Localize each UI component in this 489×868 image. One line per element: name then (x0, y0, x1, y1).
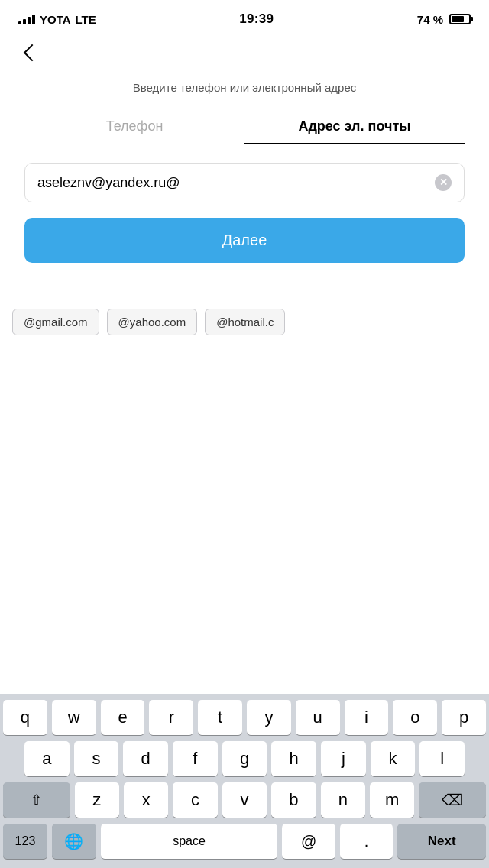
battery-label: 74 % (417, 13, 443, 26)
key-f[interactable]: f (173, 741, 218, 776)
key-s[interactable]: s (74, 741, 119, 776)
key-next[interactable]: Next (397, 824, 486, 859)
status-left: YOTA LTE (18, 13, 96, 26)
key-p[interactable]: p (442, 700, 486, 735)
suggestion-gmail[interactable]: @gmail.com (12, 309, 99, 335)
instruction-text: Введите телефон или электронный адрес (24, 79, 465, 96)
submit-button[interactable]: Далее (24, 218, 465, 263)
key-l[interactable]: l (419, 741, 465, 776)
status-bar: YOTA LTE 19:39 74 % (0, 0, 489, 34)
clear-icon: ✕ (439, 177, 448, 187)
keyboard-row-4: 123 🌐 space @ . Next (3, 824, 486, 859)
key-x[interactable]: x (124, 782, 168, 818)
network-label: LTE (76, 13, 96, 26)
key-u[interactable]: u (296, 700, 340, 735)
key-backspace[interactable]: ⌫ (419, 782, 486, 818)
backspace-icon: ⌫ (442, 791, 463, 809)
tab-email[interactable]: Адрес эл. почты (244, 111, 465, 144)
key-e[interactable]: e (101, 700, 145, 735)
key-b[interactable]: b (271, 782, 316, 818)
key-globe[interactable]: 🌐 (52, 824, 96, 859)
key-i[interactable]: i (345, 700, 389, 735)
key-z[interactable]: z (75, 782, 119, 818)
key-dot[interactable]: . (340, 824, 393, 859)
email-suggestions: @gmail.com @yahoo.com @hotmail.c (0, 309, 489, 335)
key-v[interactable]: v (222, 782, 267, 818)
key-n[interactable]: n (321, 782, 365, 818)
battery-fill (452, 16, 464, 22)
key-j[interactable]: j (321, 741, 366, 776)
app-content: Введите телефон или электронный адрес Те… (0, 34, 489, 263)
keyboard-row-2: a s d f g h j k l (3, 741, 486, 776)
suggestion-hotmail[interactable]: @hotmail.c (205, 309, 285, 335)
key-g[interactable]: g (222, 741, 267, 776)
key-t[interactable]: t (198, 700, 242, 735)
email-input-container: ✕ (24, 163, 465, 202)
keyboard-row-3: ⇧ z x c v b n m ⌫ (3, 782, 486, 818)
key-space[interactable]: space (101, 824, 278, 859)
key-r[interactable]: r (149, 700, 193, 735)
key-o[interactable]: o (393, 700, 437, 735)
keyboard-row-1: q w e r t y u i o p (3, 700, 486, 735)
key-123[interactable]: 123 (3, 824, 47, 859)
status-time: 19:39 (239, 11, 274, 27)
key-h[interactable]: h (271, 741, 316, 776)
carrier-label: YOTA (40, 13, 71, 26)
battery-icon (449, 14, 471, 24)
status-right: 74 % (417, 13, 471, 26)
clear-button[interactable]: ✕ (435, 174, 452, 191)
key-q[interactable]: q (3, 700, 47, 735)
back-button[interactable] (24, 34, 465, 72)
tab-phone[interactable]: Телефон (24, 111, 244, 144)
keyboard: q w e r t y u i o p a s d f g h j k l ⇧ … (0, 694, 489, 868)
key-y[interactable]: y (247, 700, 291, 735)
key-m[interactable]: m (370, 782, 414, 818)
key-a[interactable]: a (24, 741, 70, 776)
key-c[interactable]: c (173, 782, 217, 818)
email-input[interactable] (37, 175, 435, 191)
key-shift[interactable]: ⇧ (3, 782, 70, 818)
key-at[interactable]: @ (282, 824, 335, 859)
tabs-container: Телефон Адрес эл. почты (24, 111, 465, 144)
key-k[interactable]: k (371, 741, 416, 776)
key-w[interactable]: w (52, 700, 96, 735)
signal-bars-icon (18, 14, 35, 24)
suggestion-yahoo[interactable]: @yahoo.com (107, 309, 198, 335)
back-chevron-icon (24, 46, 34, 63)
key-d[interactable]: d (123, 741, 168, 776)
